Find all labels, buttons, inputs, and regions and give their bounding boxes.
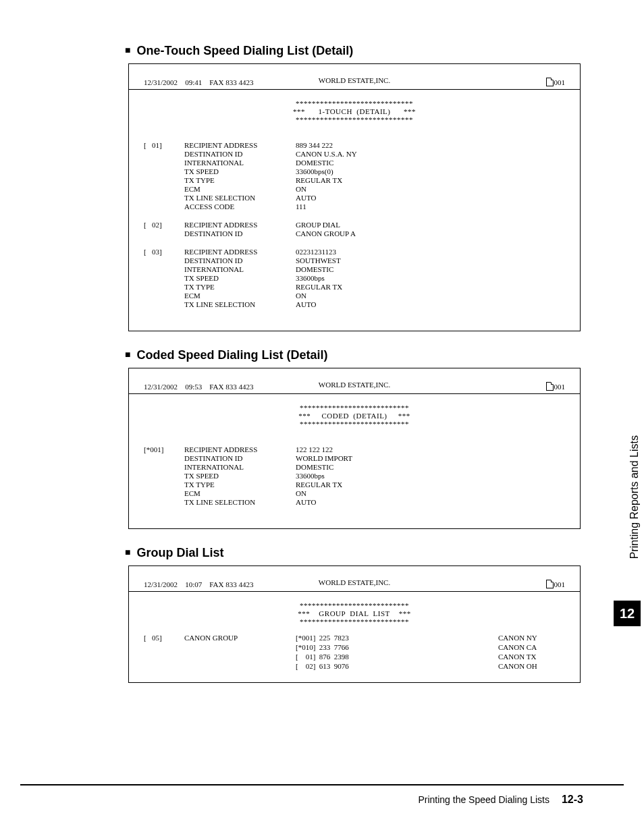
- report-coded: 12/31/2002 09:53 FAX 833 4423 WORLD ESTA…: [128, 368, 581, 529]
- entry-row: DESTINATION IDWORLD IMPORT: [144, 454, 352, 463]
- entry-index: [144, 167, 184, 176]
- entry-field-label: DESTINATION ID: [184, 150, 296, 159]
- entry-field-label: TX TYPE: [184, 176, 296, 185]
- entry-index: [144, 274, 184, 283]
- report-onetouch: 12/31/2002 09:41 FAX 833 4423 WORLD ESTA…: [128, 63, 581, 331]
- entry-field-value: AUTO: [296, 300, 342, 309]
- bullet-icon: ■: [125, 349, 130, 360]
- entry-field-value: AUTO: [296, 194, 357, 202]
- bullet-icon: ■: [125, 547, 130, 557]
- entry-field-label: ACCESS CODE: [184, 202, 296, 211]
- group-member-code: [*001] 225 7823: [296, 634, 498, 642]
- page-icon: [546, 580, 554, 588]
- group-idx: [144, 653, 184, 661]
- footer-page-number: 12-3: [562, 794, 583, 806]
- entry-index: [144, 292, 184, 300]
- report-header-company: WORLD ESTATE,INC.: [129, 76, 580, 84]
- entry-field-value: SOUTHWEST: [296, 256, 342, 265]
- separator-line: [129, 591, 580, 592]
- group-idx: [144, 662, 184, 670]
- entry-row: ECMON: [144, 489, 352, 498]
- entry-field-value: 111: [296, 202, 357, 211]
- entry-field-value: DOMESTIC: [296, 463, 352, 472]
- entry-field-label: ECM: [184, 489, 296, 498]
- group-member-code: [*010] 233 7766: [296, 643, 498, 651]
- report-banner: ***************************** *** 1-TOUC…: [144, 99, 565, 123]
- entry-field-value: AUTO: [296, 498, 352, 507]
- group-name: [184, 653, 296, 661]
- entry-index: [144, 480, 184, 489]
- entry-row: [ 02]RECIPIENT ADDRESSGROUP DIAL: [144, 221, 356, 229]
- entry-field-value: 33600bps: [296, 274, 342, 283]
- entry-field-value: ON: [296, 489, 352, 498]
- side-tab-label: Printing Reports and Lists: [628, 435, 641, 559]
- entry-field-value: 122 122 122: [296, 445, 352, 454]
- entry-table: [ 02]RECIPIENT ADDRESSGROUP DIALDESTINAT…: [144, 221, 356, 238]
- group-entries: [ 05]CANON GROUP[*001] 225 7823CANON NY[…: [144, 634, 565, 670]
- entry-row: ECMON: [144, 292, 342, 300]
- entry-row: [ 01]RECIPIENT ADDRESS889 344 222: [144, 141, 357, 150]
- entry-table: [ 01]RECIPIENT ADDRESS889 344 222DESTINA…: [144, 141, 357, 211]
- entry-index: [144, 256, 184, 265]
- entry-row: TX TYPEREGULAR TX: [144, 283, 342, 292]
- entry-field-label: INTERNATIONAL: [184, 463, 296, 472]
- entry-index: [*001]: [144, 445, 184, 454]
- entry-field-label: TX TYPE: [184, 283, 296, 292]
- heading-text: Coded Speed Dialing List (Detail): [136, 348, 327, 362]
- entry-field-value: DOMESTIC: [296, 159, 357, 167]
- entry-field-value: 33600bps: [296, 472, 352, 480]
- entry-index: [144, 300, 184, 309]
- page-icon: [546, 78, 554, 86]
- entry-index: [ 01]: [144, 141, 184, 150]
- entry-field-value: ON: [296, 185, 357, 194]
- entry-index: [ 03]: [144, 248, 184, 256]
- entry-field-value: DOMESTIC: [296, 265, 342, 274]
- group-name: [184, 662, 296, 670]
- entry-index: [144, 185, 184, 194]
- report-group: 12/31/2002 10:07 FAX 833 4423 WORLD ESTA…: [128, 565, 581, 683]
- entry-field-label: TX SPEED: [184, 167, 296, 176]
- page-footer: Printing the Speed Dialing Lists 12-3: [20, 784, 624, 806]
- entry-field-value: REGULAR TX: [296, 283, 342, 292]
- group-row: [*010] 233 7766CANON CA: [144, 643, 565, 651]
- group-idx: [ 05]: [144, 634, 184, 642]
- entry-field-value: REGULAR TX: [296, 176, 357, 185]
- entry-row: [ 03]RECIPIENT ADDRESS02231231123: [144, 248, 342, 256]
- separator-line: [129, 89, 580, 90]
- entry-field-label: ECM: [184, 185, 296, 194]
- entry-index: [144, 150, 184, 159]
- entry-row: TX TYPEREGULAR TX: [144, 176, 357, 185]
- entry-row: TX SPEED33600bps(0): [144, 167, 357, 176]
- entry-field-value: 33600bps(0): [296, 167, 357, 176]
- group-member-code: [ 02] 613 9076: [296, 662, 498, 670]
- separator-line: [129, 393, 580, 394]
- section-heading-group: ■ Group Dial List: [20, 546, 624, 560]
- entry-field-label: DESTINATION ID: [184, 454, 296, 463]
- entry-field-label: RECIPIENT ADDRESS: [184, 248, 296, 256]
- entry-field-value: WORLD IMPORT: [296, 454, 352, 463]
- entry-field-value: CANON U.S.A. NY: [296, 150, 357, 159]
- group-member-code: [ 01] 876 2398: [296, 653, 498, 661]
- entry-index: [144, 283, 184, 292]
- entry-row: ACCESS CODE111: [144, 202, 357, 211]
- entry-field-value: CANON GROUP A: [296, 229, 356, 238]
- entry-field-label: INTERNATIONAL: [184, 265, 296, 274]
- entry-field-label: INTERNATIONAL: [184, 159, 296, 167]
- entry-index: [144, 454, 184, 463]
- entry-row: DESTINATION IDSOUTHWEST: [144, 256, 342, 265]
- entry-field-value: 889 344 222: [296, 141, 357, 150]
- entry-field-label: TX LINE SELECTION: [184, 498, 296, 507]
- entry-field-value: ON: [296, 292, 342, 300]
- group-name: [184, 643, 296, 651]
- entry-index: [144, 498, 184, 507]
- entry-index: [144, 472, 184, 480]
- entry-row: DESTINATION IDCANON GROUP A: [144, 229, 356, 238]
- entries-container-onetouch: [ 01]RECIPIENT ADDRESS889 344 222DESTINA…: [144, 141, 565, 309]
- entry-field-label: RECIPIENT ADDRESS: [184, 221, 296, 229]
- entry-index: [144, 176, 184, 185]
- entry-row: INTERNATIONALDOMESTIC: [144, 159, 357, 167]
- page-icon: [546, 382, 554, 391]
- entry-row: INTERNATIONALDOMESTIC: [144, 265, 342, 274]
- heading-text: One-Touch Speed Dialing List (Detail): [136, 44, 353, 57]
- entry-index: [144, 489, 184, 498]
